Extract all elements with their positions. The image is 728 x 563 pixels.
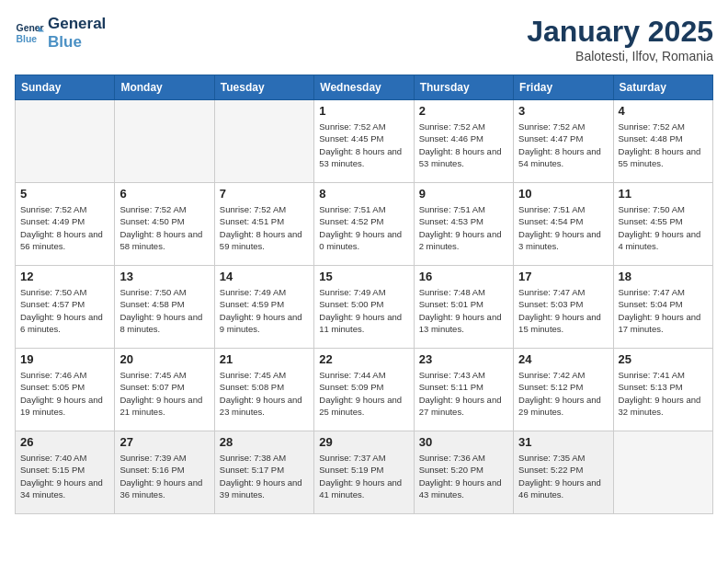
day-number: 17 (518, 270, 608, 283)
day-number: 13 (119, 270, 209, 283)
day-number: 26 (20, 435, 109, 449)
day-info: Sunrise: 7:41 AM Sunset: 5:13 PM Dayligh… (619, 369, 708, 418)
day-number: 15 (319, 270, 408, 283)
day-number: 29 (319, 435, 408, 449)
logo-general: General (48, 15, 106, 33)
day-info: Sunrise: 7:49 AM Sunset: 5:00 PM Dayligh… (319, 286, 408, 335)
calendar-cell: 8Sunrise: 7:51 AM Sunset: 4:52 PM Daylig… (314, 183, 414, 266)
weekday-header: Sunday (16, 75, 115, 100)
day-info: Sunrise: 7:45 AM Sunset: 5:07 PM Dayligh… (119, 369, 209, 418)
day-info: Sunrise: 7:48 AM Sunset: 5:01 PM Dayligh… (419, 286, 508, 335)
month-title: January 2025 (527, 15, 713, 49)
calendar-cell: 15Sunrise: 7:49 AM Sunset: 5:00 PM Dayli… (314, 266, 414, 349)
day-info: Sunrise: 7:52 AM Sunset: 4:49 PM Dayligh… (20, 203, 109, 252)
day-number: 27 (119, 435, 209, 449)
day-number: 20 (119, 352, 209, 366)
calendar-cell: 11Sunrise: 7:50 AM Sunset: 4:55 PM Dayli… (613, 183, 712, 266)
day-number: 22 (319, 352, 408, 366)
page-header: General Blue General Blue January 2025 B… (15, 15, 713, 63)
day-info: Sunrise: 7:50 AM Sunset: 4:58 PM Dayligh… (119, 286, 209, 335)
weekday-header: Thursday (414, 75, 513, 100)
day-info: Sunrise: 7:43 AM Sunset: 5:11 PM Dayligh… (419, 369, 508, 418)
day-info: Sunrise: 7:37 AM Sunset: 5:19 PM Dayligh… (319, 452, 408, 500)
day-number: 14 (220, 270, 309, 283)
weekday-header: Tuesday (214, 75, 313, 100)
calendar-week-row: 19Sunrise: 7:46 AM Sunset: 5:05 PM Dayli… (16, 349, 713, 431)
calendar-cell: 18Sunrise: 7:47 AM Sunset: 5:04 PM Dayli… (613, 266, 712, 349)
calendar-week-row: 26Sunrise: 7:40 AM Sunset: 5:15 PM Dayli… (16, 431, 713, 514)
day-info: Sunrise: 7:42 AM Sunset: 5:12 PM Dayligh… (518, 369, 608, 418)
day-number: 7 (220, 187, 309, 201)
calendar-cell: 4Sunrise: 7:52 AM Sunset: 4:48 PM Daylig… (613, 100, 712, 183)
calendar-cell: 25Sunrise: 7:41 AM Sunset: 5:13 PM Dayli… (613, 349, 712, 431)
calendar-cell (613, 431, 712, 514)
calendar-cell: 31Sunrise: 7:35 AM Sunset: 5:22 PM Dayli… (514, 431, 613, 514)
calendar-cell: 10Sunrise: 7:51 AM Sunset: 4:54 PM Dayli… (514, 183, 613, 266)
weekday-header: Monday (115, 75, 214, 100)
svg-text:Blue: Blue (17, 34, 38, 44)
calendar-cell (115, 100, 214, 183)
day-number: 12 (20, 270, 109, 283)
day-info: Sunrise: 7:36 AM Sunset: 5:20 PM Dayligh… (419, 452, 508, 500)
calendar-cell: 24Sunrise: 7:42 AM Sunset: 5:12 PM Dayli… (514, 349, 613, 431)
day-number: 9 (419, 187, 508, 201)
day-info: Sunrise: 7:47 AM Sunset: 5:04 PM Dayligh… (619, 286, 708, 335)
day-number: 23 (419, 352, 508, 366)
day-info: Sunrise: 7:51 AM Sunset: 4:53 PM Dayligh… (419, 203, 508, 252)
day-info: Sunrise: 7:39 AM Sunset: 5:16 PM Dayligh… (119, 452, 209, 500)
day-number: 10 (518, 187, 608, 201)
day-info: Sunrise: 7:51 AM Sunset: 4:54 PM Dayligh… (518, 203, 608, 252)
day-number: 25 (619, 352, 708, 366)
day-number: 30 (419, 435, 508, 449)
day-info: Sunrise: 7:52 AM Sunset: 4:51 PM Dayligh… (220, 203, 309, 252)
weekday-header-row: SundayMondayTuesdayWednesdayThursdayFrid… (16, 75, 713, 100)
day-number: 2 (419, 104, 508, 118)
day-number: 8 (319, 187, 408, 201)
day-info: Sunrise: 7:52 AM Sunset: 4:50 PM Dayligh… (119, 203, 209, 252)
calendar-cell: 13Sunrise: 7:50 AM Sunset: 4:58 PM Dayli… (115, 266, 214, 349)
day-number: 19 (20, 352, 109, 366)
day-info: Sunrise: 7:50 AM Sunset: 4:55 PM Dayligh… (619, 203, 708, 252)
calendar-cell (214, 100, 313, 183)
weekday-header: Friday (514, 75, 613, 100)
calendar-cell: 30Sunrise: 7:36 AM Sunset: 5:20 PM Dayli… (414, 431, 513, 514)
calendar-week-row: 12Sunrise: 7:50 AM Sunset: 4:57 PM Dayli… (16, 266, 713, 349)
day-info: Sunrise: 7:45 AM Sunset: 5:08 PM Dayligh… (220, 369, 309, 418)
day-number: 18 (619, 270, 708, 283)
location: Balotesti, Ilfov, Romania (527, 49, 713, 63)
calendar-cell: 28Sunrise: 7:38 AM Sunset: 5:17 PM Dayli… (214, 431, 313, 514)
logo-icon: General Blue (15, 18, 44, 48)
day-number: 1 (319, 104, 408, 118)
calendar-cell: 27Sunrise: 7:39 AM Sunset: 5:16 PM Dayli… (115, 431, 214, 514)
day-info: Sunrise: 7:46 AM Sunset: 5:05 PM Dayligh… (20, 369, 109, 418)
day-number: 24 (518, 352, 608, 366)
calendar-cell: 1Sunrise: 7:52 AM Sunset: 4:45 PM Daylig… (314, 100, 414, 183)
day-number: 11 (619, 187, 708, 201)
calendar: SundayMondayTuesdayWednesdayThursdayFrid… (15, 75, 713, 514)
day-number: 28 (220, 435, 309, 449)
day-info: Sunrise: 7:52 AM Sunset: 4:46 PM Dayligh… (419, 121, 508, 169)
day-number: 31 (518, 435, 608, 449)
day-info: Sunrise: 7:52 AM Sunset: 4:45 PM Dayligh… (319, 121, 408, 169)
weekday-header: Wednesday (314, 75, 414, 100)
day-number: 21 (220, 352, 309, 366)
weekday-header: Saturday (613, 75, 712, 100)
day-info: Sunrise: 7:35 AM Sunset: 5:22 PM Dayligh… (518, 452, 608, 500)
calendar-cell: 3Sunrise: 7:52 AM Sunset: 4:47 PM Daylig… (514, 100, 613, 183)
calendar-cell: 5Sunrise: 7:52 AM Sunset: 4:49 PM Daylig… (16, 183, 115, 266)
day-number: 16 (419, 270, 508, 283)
logo: General Blue General Blue (15, 15, 106, 52)
day-number: 3 (518, 104, 608, 118)
day-info: Sunrise: 7:38 AM Sunset: 5:17 PM Dayligh… (220, 452, 309, 500)
calendar-cell: 21Sunrise: 7:45 AM Sunset: 5:08 PM Dayli… (214, 349, 313, 431)
calendar-cell: 23Sunrise: 7:43 AM Sunset: 5:11 PM Dayli… (414, 349, 513, 431)
day-info: Sunrise: 7:50 AM Sunset: 4:57 PM Dayligh… (20, 286, 109, 335)
day-info: Sunrise: 7:52 AM Sunset: 4:48 PM Dayligh… (619, 121, 708, 169)
day-number: 4 (619, 104, 708, 118)
calendar-week-row: 1Sunrise: 7:52 AM Sunset: 4:45 PM Daylig… (16, 100, 713, 183)
day-info: Sunrise: 7:49 AM Sunset: 4:59 PM Dayligh… (220, 286, 309, 335)
calendar-cell: 22Sunrise: 7:44 AM Sunset: 5:09 PM Dayli… (314, 349, 414, 431)
calendar-cell: 20Sunrise: 7:45 AM Sunset: 5:07 PM Dayli… (115, 349, 214, 431)
calendar-cell: 19Sunrise: 7:46 AM Sunset: 5:05 PM Dayli… (16, 349, 115, 431)
day-number: 6 (119, 187, 209, 201)
